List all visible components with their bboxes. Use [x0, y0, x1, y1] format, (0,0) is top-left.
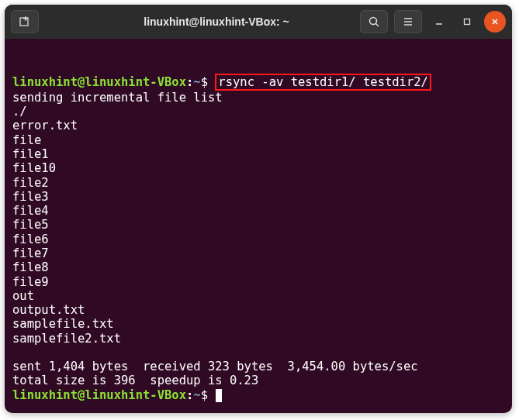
command-line: linuxhint@linuxhint-VBox:~$ rsync -av te…	[12, 74, 504, 91]
cursor	[216, 389, 222, 402]
output-line: file6	[12, 232, 504, 246]
menu-button[interactable]	[394, 10, 422, 33]
prompt-idle: linuxhint@linuxhint-VBox:~$	[12, 388, 504, 402]
output-line: file4	[12, 204, 504, 218]
output-line: sending incremental file list	[12, 91, 504, 105]
search-icon	[368, 15, 380, 28]
maximize-button[interactable]	[456, 11, 478, 33]
output-line: file8	[12, 260, 504, 274]
output-line: file10	[12, 161, 504, 175]
window-title: linuxhint@linuxhint-VBox: ~	[79, 15, 354, 28]
maximize-icon	[462, 17, 472, 26]
prompt-path: ~	[193, 388, 200, 402]
output-line: file1	[12, 147, 504, 161]
output-line: error.txt	[12, 119, 504, 133]
titlebar: linuxhint@linuxhint-VBox: ~	[5, 5, 512, 39]
svg-line-4	[376, 24, 379, 27]
close-icon	[490, 17, 500, 26]
command-highlight: rsync -av testdir1/ testdir2/	[215, 74, 431, 91]
minimize-button[interactable]	[428, 11, 450, 33]
output-line: samplefile2.txt	[12, 332, 504, 346]
prompt-path: ~	[193, 75, 200, 89]
prompt-user-host: linuxhint@linuxhint-VBox	[12, 75, 186, 89]
prompt-user-host: linuxhint@linuxhint-VBox	[12, 388, 186, 402]
output-line: file7	[12, 246, 504, 260]
output-line: samplefile.txt	[12, 317, 504, 331]
output-line: output.txt	[12, 303, 504, 317]
minimize-icon	[434, 17, 444, 26]
terminal-body[interactable]: linuxhint@linuxhint-VBox:~$ rsync -av te…	[5, 39, 512, 413]
output-line	[12, 346, 504, 360]
prompt-colon: :	[186, 388, 193, 402]
close-button[interactable]	[484, 11, 506, 33]
output-line: file3	[12, 190, 504, 204]
output-line: ./	[12, 105, 504, 119]
output-line: file	[12, 133, 504, 147]
svg-rect-9	[465, 19, 470, 25]
terminal-window: linuxhint@linuxhint-VBox: ~ linuxhint@li…	[5, 5, 512, 413]
prompt-dollar: $	[201, 388, 216, 402]
output-line: file5	[12, 218, 504, 232]
prompt-dollar: $	[201, 75, 216, 89]
output-line: file2	[12, 176, 504, 190]
new-tab-icon	[19, 15, 31, 28]
output-line: out	[12, 289, 504, 303]
svg-point-3	[370, 18, 377, 25]
output-line: sent 1,404 bytes received 323 bytes 3,45…	[12, 360, 504, 374]
command-text: rsync -av testdir1/ testdir2/	[218, 75, 428, 89]
prompt-colon: :	[186, 75, 193, 89]
new-tab-button[interactable]	[11, 10, 39, 33]
output-block: sending incremental file list./error.txt…	[12, 91, 504, 388]
search-button[interactable]	[360, 10, 388, 33]
hamburger-icon	[402, 15, 414, 28]
output-line: total size is 396 speedup is 0.23	[12, 374, 504, 387]
output-line: file9	[12, 275, 504, 289]
window-controls	[428, 11, 506, 33]
